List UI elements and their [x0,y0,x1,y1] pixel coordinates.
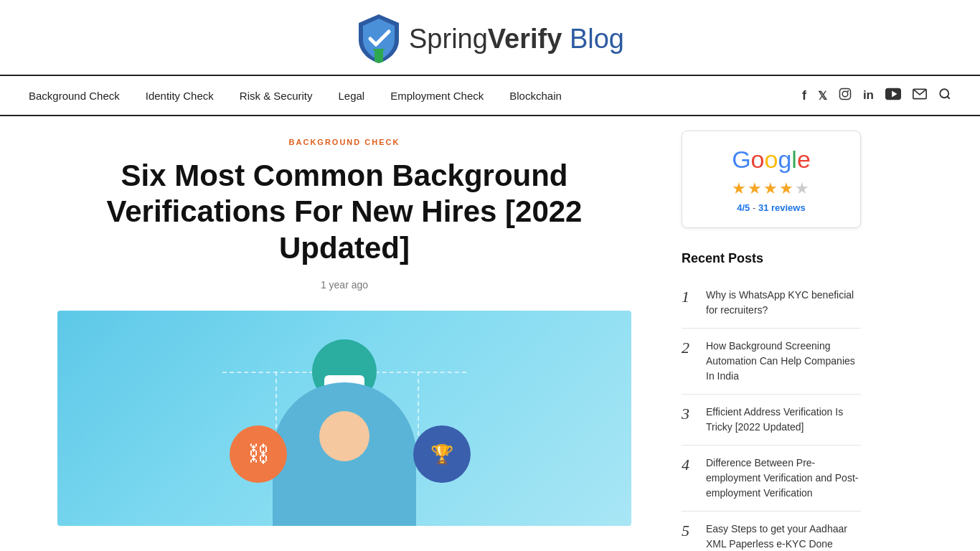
post-link-3[interactable]: Efficient Address Verification Is Tricky… [706,405,861,435]
nav-background-check[interactable]: Background Check [29,90,120,102]
post-link-2[interactable]: How Background Screening Automation Can … [706,339,861,384]
nav-legal[interactable]: Legal [339,90,365,102]
list-item: 3 Efficient Address Verification Is Tric… [682,395,861,446]
social-icons: f 𝕏 in [802,88,951,104]
nav-risk-security[interactable]: Risk & Security [240,90,313,102]
logo[interactable]: SpringVerify Blog [356,13,624,65]
article-category: BACKGROUND CHECK [57,138,631,146]
list-item: 4 Difference Between Pre-employment Veri… [682,446,861,512]
logo-icon [356,13,402,65]
svg-rect-0 [839,88,850,99]
svg-point-2 [847,90,849,91]
post-number-1: 1 [682,288,696,306]
list-item: 1 Why is WhatsApp KYC beneficial for rec… [682,278,861,329]
handcuff-icon: ⛓ [248,442,269,466]
google-text: Google [697,146,846,174]
nav-employment-check[interactable]: Employment Check [390,90,484,102]
star-rating: ★★★★★ [697,179,846,198]
certificate-icon: 🏆 [430,443,453,466]
content-area: BACKGROUND CHECK Six Most Common Backgro… [0,116,674,551]
person-head [319,411,369,461]
logo-text: SpringVerify Blog [409,24,624,55]
search-icon[interactable] [938,88,951,104]
post-number-4: 4 [682,456,696,474]
linkedin-icon[interactable]: in [863,88,874,103]
recent-posts: Recent Posts 1 Why is WhatsApp KYC benef… [682,251,861,551]
circle-certificate: 🏆 [413,425,471,483]
post-number-3: 3 [682,405,696,423]
article-title: Six Most Common Background Verifications… [57,158,631,266]
recent-posts-title: Recent Posts [682,251,861,266]
rating-text: 4/5 - 31 reviews [697,202,846,213]
post-link-5[interactable]: Easy Steps to get your Aadhaar XML Paper… [706,522,861,551]
article-meta: 1 year ago [57,279,631,291]
main-nav: Background Check Identity Check Risk & S… [0,76,980,116]
youtube-icon[interactable] [885,88,901,104]
post-link-4[interactable]: Difference Between Pre-employment Verifi… [706,456,861,501]
article-hero-image: ⛓ 🏆 [57,311,631,526]
nav-identity-check[interactable]: Identity Check [146,90,214,102]
illustration: ⛓ 🏆 [57,311,631,526]
twitter-icon[interactable]: 𝕏 [818,89,827,103]
post-number-2: 2 [682,339,696,357]
nav-links: Background Check Identity Check Risk & S… [29,90,562,102]
nav-blockchain[interactable]: Blockchain [509,90,562,102]
post-link-1[interactable]: Why is WhatsApp KYC beneficial for recru… [706,288,861,318]
circle-handcuff: ⛓ [230,425,287,483]
svg-point-1 [842,91,848,97]
site-header: SpringVerify Blog Background Check Ident… [0,0,980,116]
svg-point-6 [940,89,948,98]
post-number-5: 5 [682,522,696,540]
google-widget: Google ★★★★★ 4/5 - 31 reviews [682,131,861,228]
main-layout: BACKGROUND CHECK Six Most Common Backgro… [0,116,980,551]
list-item: 5 Easy Steps to get your Aadhaar XML Pap… [682,512,861,551]
sidebar: Google ★★★★★ 4/5 - 31 reviews Recent Pos… [674,116,875,551]
facebook-icon[interactable]: f [802,88,806,103]
list-item: 2 How Background Screening Automation Ca… [682,329,861,395]
instagram-icon[interactable] [839,88,852,104]
svg-line-7 [947,96,949,98]
email-icon[interactable] [913,88,927,103]
